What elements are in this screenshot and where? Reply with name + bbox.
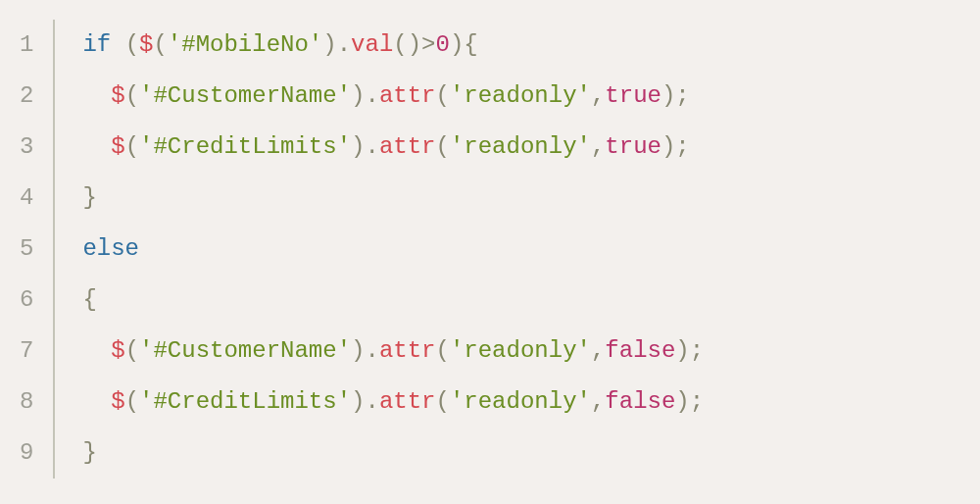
code-token: 'readonly' [450, 78, 591, 114]
code-token: attr [379, 333, 436, 369]
code-token: , [591, 384, 605, 420]
code-token: ). [351, 384, 379, 420]
code-token: $ [111, 333, 124, 369]
code-token: true [605, 129, 662, 165]
code-token: { [82, 282, 96, 318]
code-token: '#CustomerName' [139, 333, 351, 369]
line-number-gutter: 123456789 [10, 20, 55, 479]
code-token: } [82, 435, 96, 471]
code-token: '#MobileNo' [168, 27, 322, 63]
code-token: ( [153, 27, 167, 63]
code-token: '#CreditLimits' [139, 384, 351, 420]
code-token: , [591, 129, 605, 165]
code-token: attr [379, 384, 436, 420]
code-token: else [82, 231, 139, 267]
code-content: if ($('#MobileNo').val()>0){ $('#Custome… [55, 20, 704, 479]
code-token: ( [125, 78, 139, 114]
code-token: ()> [393, 27, 435, 63]
line-number: 7 [20, 326, 33, 377]
code-token: $ [139, 27, 153, 63]
code-token [82, 384, 111, 420]
code-token [82, 78, 111, 114]
code-token: val [351, 27, 393, 63]
code-token: ); [675, 333, 704, 369]
line-number: 6 [20, 275, 33, 326]
line-number: 9 [20, 428, 33, 479]
code-token: attr [379, 78, 436, 114]
code-token: $ [111, 384, 124, 420]
code-line: $('#CustomerName').attr('readonly',true)… [82, 71, 704, 122]
code-token: if [82, 27, 111, 63]
code-token [82, 129, 111, 165]
code-token: , [591, 78, 605, 114]
code-token: } [82, 180, 96, 216]
code-line: else [82, 224, 704, 275]
code-token: ). [351, 78, 379, 114]
code-line: } [82, 428, 704, 479]
code-token: ){ [450, 27, 478, 63]
code-token: '#CustomerName' [139, 78, 351, 114]
line-number: 3 [20, 122, 33, 173]
code-token: ). [351, 333, 379, 369]
code-line: if ($('#MobileNo').val()>0){ [82, 20, 704, 71]
code-block: 123456789 if ($('#MobileNo').val()>0){ $… [0, 0, 980, 504]
code-token: $ [111, 78, 124, 114]
line-number: 8 [20, 377, 33, 428]
code-token: ); [675, 384, 704, 420]
code-token: ( [125, 384, 139, 420]
code-token: ( [436, 333, 450, 369]
code-line: $('#CreditLimits').attr('readonly',true)… [82, 122, 704, 173]
line-number: 2 [20, 71, 33, 122]
code-line: $('#CreditLimits').attr('readonly',false… [82, 377, 704, 428]
code-token: true [605, 78, 662, 114]
code-token: 'readonly' [450, 384, 591, 420]
code-token: 'readonly' [450, 333, 591, 369]
code-line: { [82, 275, 704, 326]
line-number: 5 [20, 224, 33, 275]
code-token: ( [436, 384, 450, 420]
code-token: ); [662, 129, 690, 165]
code-token: ( [125, 27, 139, 63]
code-token: ). [351, 129, 379, 165]
line-number: 1 [20, 20, 33, 71]
code-line: $('#CustomerName').attr('readonly',false… [82, 326, 704, 377]
code-token: ). [322, 27, 351, 63]
line-number: 4 [20, 173, 33, 224]
code-token: ); [662, 78, 690, 114]
code-token [82, 333, 111, 369]
code-token: ( [436, 129, 450, 165]
code-token: $ [111, 129, 124, 165]
code-token: 'readonly' [450, 129, 591, 165]
code-line: } [82, 173, 704, 224]
code-token: attr [379, 129, 436, 165]
code-token: false [605, 333, 675, 369]
code-token: '#CreditLimits' [139, 129, 351, 165]
code-token: false [605, 384, 675, 420]
code-token: ( [125, 129, 139, 165]
code-token: 0 [436, 27, 450, 63]
code-token: ( [125, 333, 139, 369]
code-token [111, 27, 124, 63]
code-token: , [591, 333, 605, 369]
code-token: ( [436, 78, 450, 114]
